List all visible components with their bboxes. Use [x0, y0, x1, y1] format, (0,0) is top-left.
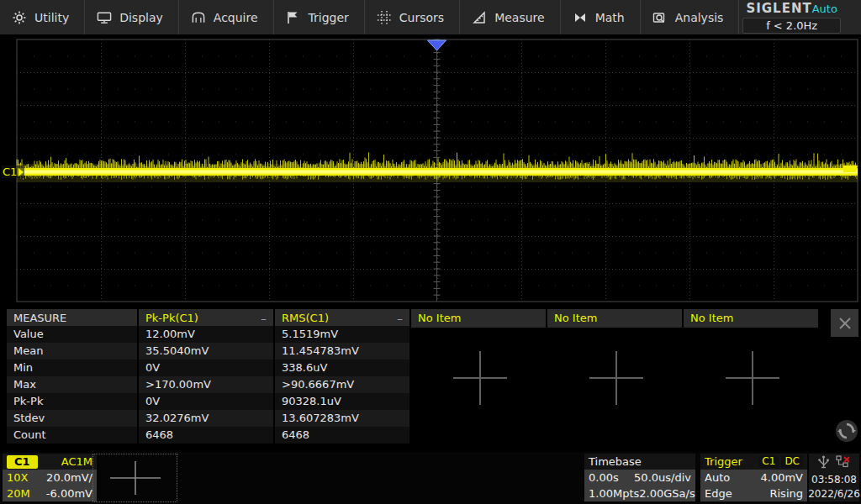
measure-column-title: Pk-Pk(C1)	[145, 309, 198, 328]
timebase-box[interactable]: Timebase 0.00s 50.0us/div 1.00Mpts 2.00G…	[584, 454, 695, 501]
menu-item-label: Math	[595, 11, 625, 24]
close-measure-panel-button[interactable]	[831, 309, 858, 337]
trace-arrow-icon	[18, 168, 24, 176]
channel-probe: 10X	[7, 471, 28, 484]
acquire-icon	[191, 10, 206, 25]
menu-item-measure[interactable]: Measure	[460, 0, 561, 34]
trigger-level-marker[interactable]	[843, 165, 858, 172]
measure-column-title: No Item	[554, 309, 597, 328]
remove-measurement-icon[interactable]: –	[397, 312, 403, 324]
menu-item-analysis[interactable]: Analysis	[641, 0, 740, 34]
trigger-box[interactable]: Trigger C1 DC Auto 4.00mV Edge Rising	[700, 454, 807, 501]
menu-item-utility[interactable]: Utility	[0, 0, 85, 34]
menu-item-label: Trigger	[309, 11, 349, 24]
trigger-level: 4.00mV	[760, 471, 803, 484]
channel-selector[interactable]: C1	[844, 0, 861, 34]
trigger-type: Edge	[705, 487, 732, 500]
plus-icon	[102, 459, 169, 496]
measure-value-cell: 0V	[139, 393, 273, 410]
trigger-position-marker[interactable]	[428, 40, 446, 50]
measure-value-cell	[547, 427, 682, 444]
menu-item-label: Utility	[34, 11, 69, 24]
channel-bandwidth: 20M	[7, 487, 30, 500]
menu-item-cursors[interactable]: Cursors	[365, 0, 460, 34]
menu-item-acquire[interactable]: Acquire	[179, 0, 274, 34]
timebase-sample-rate: 2.00GSa/s	[639, 487, 695, 500]
graticule-and-trace	[0, 36, 861, 306]
measure-value-cell	[411, 326, 546, 343]
measure-value-cell: 5.1519mV	[275, 326, 409, 343]
display-icon	[97, 10, 112, 25]
measure-table: MEASUREPk-Pk(C1)–RMS(C1)–No ItemNo ItemN…	[7, 309, 818, 444]
channel-trace-marker[interactable]: C1	[2, 165, 24, 178]
oscilloscope-screen: UtilityDisplayAcquireTriggerCursorsMeasu…	[0, 0, 861, 504]
measure-panel: MEASUREPk-Pk(C1)–RMS(C1)–No ItemNo ItemN…	[0, 306, 861, 452]
measure-value-cell: >90.6667mV	[275, 376, 409, 393]
plus-icon	[587, 349, 646, 407]
close-icon	[837, 316, 853, 331]
menu-item-label: Measure	[494, 11, 545, 24]
menu-item-math[interactable]: Math	[561, 0, 641, 34]
flag-icon	[286, 10, 301, 25]
measure-column-title: No Item	[690, 309, 733, 328]
measure-row-label: Value	[7, 326, 137, 343]
measure-column-title: No Item	[418, 309, 461, 328]
clock-box: 03:58:08 2022/6/26	[809, 454, 859, 501]
channel-badge: C1	[7, 455, 38, 469]
add-channel-button[interactable]	[92, 454, 177, 502]
add-measurement-button[interactable]	[723, 349, 782, 407]
measure-value-cell	[684, 427, 818, 444]
plus-icon	[723, 349, 782, 407]
trigger-source-chip: C1	[758, 455, 779, 468]
trigger-slope: Rising	[769, 487, 803, 500]
cursors-icon	[377, 10, 392, 25]
menu-item-display[interactable]: Display	[85, 0, 179, 34]
measure-column-header[interactable]: RMS(C1)–	[275, 309, 409, 328]
brand-logo: SIGLENT	[746, 1, 811, 16]
measure-value-cell: 6468	[275, 427, 409, 444]
plus-icon	[451, 349, 510, 407]
measure-column-header[interactable]: Pk-Pk(C1)–	[139, 309, 273, 328]
measure-value-cell	[411, 410, 546, 427]
timebase-scale: 50.0us/div	[634, 471, 691, 484]
measure-value-cell: 35.5040mV	[139, 343, 273, 360]
usb-icon	[818, 455, 829, 471]
measure-value-cell: 0V	[139, 360, 273, 376]
channel-info-box[interactable]: C1 AC1M 10X 20.0mV/ 20M -6.00mV	[3, 454, 97, 501]
measure-value-cell: >170.00mV	[139, 376, 273, 393]
waveform-display: C1	[0, 36, 861, 306]
measure-column-header-empty[interactable]: No Item	[547, 309, 682, 328]
measure-row-label: Mean	[7, 343, 137, 360]
channel-offset: -6.00mV	[46, 487, 92, 500]
math-icon	[573, 10, 588, 25]
trigger-coupling-chip: DC	[781, 455, 803, 468]
timebase-memory: 1.00Mpts	[589, 487, 639, 500]
reset-statistics-button[interactable]	[834, 418, 859, 444]
channel-scale: 20.0mV/	[46, 471, 92, 484]
add-measurement-button[interactable]	[587, 349, 646, 407]
measure-value-cell	[684, 410, 818, 427]
measure-value-cell	[411, 427, 546, 444]
menu-items: UtilityDisplayAcquireTriggerCursorsMeasu…	[0, 0, 739, 34]
measure-value-cell: 32.0276mV	[139, 410, 273, 427]
timebase-label: Timebase	[589, 455, 642, 468]
measure-column-header-empty[interactable]: No Item	[684, 309, 818, 328]
measure-row-label: Min	[7, 360, 137, 376]
measure-value-cell	[547, 410, 682, 427]
menu-item-trigger[interactable]: Trigger	[274, 0, 365, 34]
add-measurement-button[interactable]	[451, 349, 510, 407]
menu-item-label: Display	[119, 11, 163, 24]
gear-icon	[12, 10, 27, 25]
measure-value-cell: 11.454783mV	[275, 343, 409, 360]
clock-time: 03:58:08	[811, 474, 857, 486]
trace-label-text: C1	[3, 165, 17, 178]
measure-column-header-empty[interactable]: No Item	[411, 309, 546, 328]
network-disconnected-icon	[836, 455, 850, 471]
measure-row-label: Count	[7, 427, 137, 444]
remove-measurement-icon[interactable]: –	[261, 312, 267, 324]
menu-item-label: Analysis	[675, 11, 724, 24]
measure-value-cell	[684, 326, 818, 343]
status-bar: C1 AC1M 10X 20.0mV/ 20M -6.00mV Timebase	[0, 452, 861, 504]
menu-item-label: Cursors	[399, 11, 444, 24]
measure-row-label: Pk-Pk	[7, 393, 137, 410]
